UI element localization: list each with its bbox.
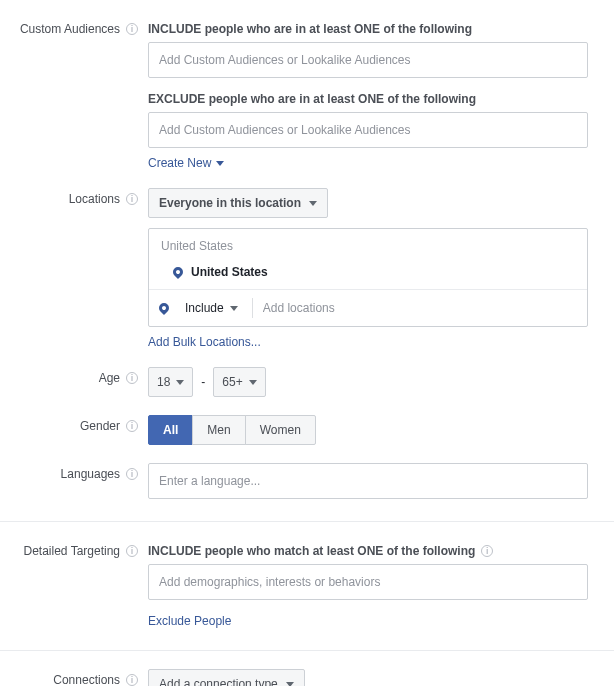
gender-segmented: All Men Women (148, 415, 316, 445)
info-icon[interactable]: i (126, 468, 138, 480)
location-scope-label: Everyone in this location (159, 196, 301, 210)
location-include-mode[interactable]: Include (177, 294, 246, 322)
include-mode-label: Include (185, 301, 224, 315)
gender-option-men[interactable]: Men (192, 415, 245, 445)
gender-option-women[interactable]: Women (245, 415, 316, 445)
location-pin-icon (171, 265, 185, 279)
detailed-include-header: INCLUDE people who match at least ONE of… (148, 544, 475, 558)
chevron-down-icon (249, 380, 257, 385)
age-separator: - (201, 375, 205, 389)
connections-label: Connections (53, 673, 120, 686)
exclude-header: EXCLUDE people who are in at least ONE o… (148, 92, 602, 106)
include-header: INCLUDE people who are in at least ONE o… (148, 22, 602, 36)
add-bulk-locations-link[interactable]: Add Bulk Locations... (148, 335, 261, 349)
languages-input[interactable] (148, 463, 588, 499)
locations-box: United States United States Include (148, 228, 588, 327)
create-new-label: Create New (148, 156, 211, 170)
chevron-down-icon (230, 306, 238, 311)
create-new-link[interactable]: Create New (148, 156, 224, 170)
gender-option-all[interactable]: All (148, 415, 193, 445)
info-icon[interactable]: i (481, 545, 493, 557)
chevron-down-icon (176, 380, 184, 385)
location-pin-icon (157, 301, 171, 315)
info-icon[interactable]: i (126, 674, 138, 686)
divider (252, 298, 253, 318)
age-max-value: 65+ (222, 375, 242, 389)
locations-group-head: United States (149, 229, 587, 259)
languages-label: Languages (61, 467, 120, 481)
detailed-targeting-input[interactable] (148, 564, 588, 600)
age-label: Age (99, 371, 120, 385)
info-icon[interactable]: i (126, 372, 138, 384)
chevron-down-icon (216, 161, 224, 166)
detailed-targeting-label: Detailed Targeting (23, 544, 120, 558)
info-icon[interactable]: i (126, 23, 138, 35)
add-connection-type-label: Add a connection type (159, 677, 278, 686)
locations-label: Locations (69, 192, 120, 206)
location-scope-dropdown[interactable]: Everyone in this location (148, 188, 328, 218)
location-item[interactable]: United States (149, 259, 587, 289)
add-locations-input[interactable] (259, 294, 581, 322)
chevron-down-icon (286, 682, 294, 687)
chevron-down-icon (309, 201, 317, 206)
info-icon[interactable]: i (126, 420, 138, 432)
exclude-custom-audiences-input[interactable] (148, 112, 588, 148)
exclude-people-link[interactable]: Exclude People (148, 614, 231, 628)
age-min-dropdown[interactable]: 18 (148, 367, 193, 397)
gender-label: Gender (80, 419, 120, 433)
location-item-label: United States (191, 265, 268, 279)
age-min-value: 18 (157, 375, 170, 389)
include-custom-audiences-input[interactable] (148, 42, 588, 78)
info-icon[interactable]: i (126, 545, 138, 557)
age-max-dropdown[interactable]: 65+ (213, 367, 265, 397)
custom-audiences-label: Custom Audiences (20, 22, 120, 36)
add-connection-type-dropdown[interactable]: Add a connection type (148, 669, 305, 686)
info-icon[interactable]: i (126, 193, 138, 205)
